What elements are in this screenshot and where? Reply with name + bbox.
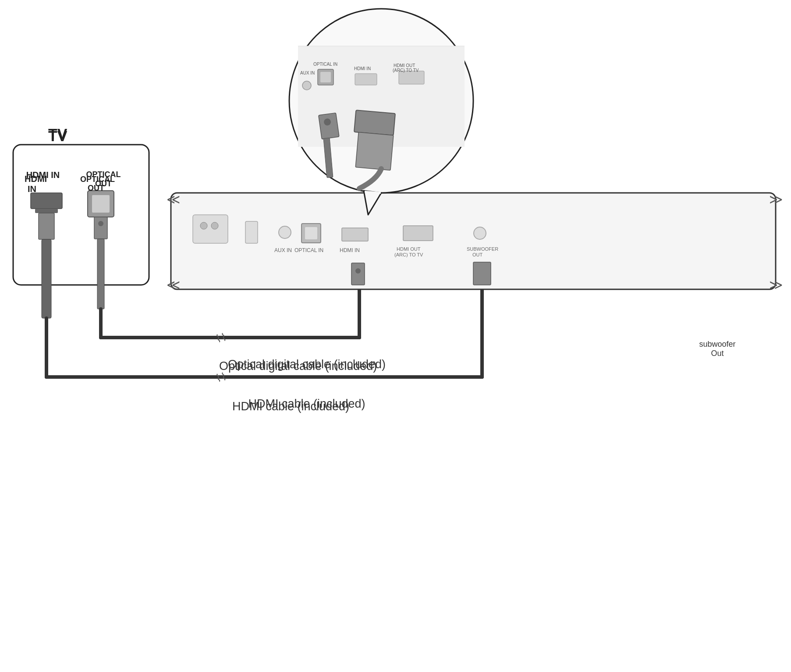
svg-point-50: [289, 9, 473, 193]
svg-rect-25: [245, 221, 258, 243]
svg-text:≫: ≫: [769, 277, 783, 292]
svg-rect-58: [320, 72, 331, 82]
svg-text:⌇⌇: ⌇⌇: [214, 331, 227, 345]
svg-point-40: [355, 268, 361, 274]
svg-point-9: [98, 221, 103, 226]
svg-text:SUBWOOFER: SUBWOOFER: [467, 246, 498, 252]
svg-text:HDMI OUT: HDMI OUT: [394, 63, 415, 68]
svg-rect-10: [97, 239, 104, 309]
svg-text:HDMI IN: HDMI IN: [340, 247, 360, 253]
svg-text:≪: ≪: [167, 192, 180, 206]
optical-cable-label: Optical digital cable (included): [219, 359, 377, 373]
svg-rect-22: [193, 215, 228, 243]
svg-rect-5: [42, 239, 51, 318]
svg-point-23: [200, 222, 207, 229]
svg-point-24: [211, 222, 218, 229]
svg-text:IN: IN: [28, 184, 36, 194]
svg-rect-4: [39, 213, 54, 239]
svg-rect-67: [323, 138, 333, 178]
svg-text:OPTICAL IN: OPTICAL IN: [294, 247, 323, 253]
svg-rect-21: [171, 193, 776, 289]
svg-rect-3: [35, 209, 58, 213]
svg-rect-68: [354, 110, 395, 135]
svg-text:OUT: OUT: [472, 252, 483, 257]
svg-marker-51: [364, 191, 381, 215]
svg-rect-41: [473, 262, 491, 285]
svg-text:HDMI OUT: HDMI OUT: [397, 246, 421, 252]
svg-line-52: [365, 192, 381, 193]
svg-rect-57: [318, 69, 333, 85]
svg-text:(ARC) TO TV: (ARC) TO TV: [393, 68, 419, 73]
svg-point-26: [279, 226, 291, 238]
svg-text:AUX IN: AUX IN: [300, 71, 315, 75]
svg-text:OPTICAL IN: OPTICAL IN: [313, 62, 337, 67]
svg-rect-29: [305, 227, 317, 239]
svg-text:AUX IN: AUX IN: [274, 247, 292, 253]
svg-rect-2: [31, 193, 62, 209]
svg-rect-39: [351, 263, 365, 285]
diagram-container: TV HDMI IN OPTICAL OUT: [0, 0, 791, 672]
svg-rect-60: [355, 74, 377, 85]
svg-rect-53: [298, 46, 465, 147]
svg-rect-33: [403, 226, 433, 241]
hdmi-cable-label: HDMI cable (included): [232, 400, 349, 413]
svg-rect-62: [399, 71, 424, 84]
svg-rect-8: [94, 217, 107, 239]
svg-rect-6: [88, 191, 114, 217]
svg-point-55: [302, 81, 311, 90]
svg-rect-69: [355, 132, 394, 171]
tv-hdmi-label: HDMI IN: [25, 170, 60, 180]
svg-text:HDMI IN: HDMI IN: [354, 66, 371, 71]
svg-rect-0: [13, 145, 149, 285]
svg-rect-7: [92, 195, 110, 213]
svg-text:≫: ≫: [769, 192, 783, 206]
tv-optical-label: OPTICAL OUT: [82, 170, 125, 188]
svg-text:(ARC) TO TV: (ARC) TO TV: [394, 252, 423, 257]
svg-point-66: [323, 118, 331, 126]
svg-point-36: [474, 227, 486, 239]
svg-text:≪: ≪: [167, 277, 180, 292]
svg-rect-65: [319, 113, 339, 139]
svg-rect-28: [302, 224, 321, 243]
tv-label: TV: [48, 125, 67, 142]
subwoofer-out-label: subwoofer Out: [693, 340, 741, 358]
cables-svg: TV HDMI IN OPTICAL OUT: [0, 0, 791, 672]
svg-rect-31: [342, 228, 368, 241]
